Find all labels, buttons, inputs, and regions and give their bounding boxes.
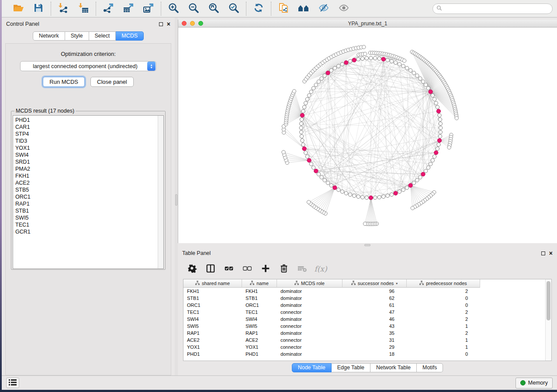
- zoom-fit-button[interactable]: [207, 3, 220, 15]
- search-field[interactable]: [432, 3, 553, 14]
- network-node[interactable]: [431, 158, 434, 162]
- mcds-result-list[interactable]: PHD1CAR1STP4TID3YOX1SWI4SRD1PMA2FKH1ACE2…: [13, 116, 158, 268]
- table-row[interactable]: STB1STB1dominator620: [183, 295, 551, 302]
- mcds-result-item[interactable]: GCR1: [15, 228, 158, 235]
- mcds-node[interactable]: [408, 183, 412, 187]
- table-row[interactable]: SWI5SWI5connector431: [183, 323, 551, 330]
- mcds-node[interactable]: [300, 113, 304, 117]
- network-node[interactable]: [356, 195, 360, 198]
- network-node[interactable]: [438, 118, 442, 121]
- mcds-node[interactable]: [333, 186, 337, 189]
- network-node[interactable]: [282, 150, 285, 154]
- splitter-handle[interactable]: [175, 194, 177, 206]
- show-all-button[interactable]: [337, 3, 350, 15]
- mcds-result-item[interactable]: STB5: [15, 186, 158, 193]
- float-panel-icon[interactable]: [159, 22, 163, 26]
- network-node[interactable]: [398, 190, 401, 193]
- network-node[interactable]: [439, 122, 442, 125]
- network-node[interactable]: [348, 193, 352, 196]
- mcds-node[interactable]: [421, 172, 425, 176]
- network-node[interactable]: [304, 151, 308, 155]
- network-node[interactable]: [323, 179, 326, 182]
- network-node[interactable]: [424, 83, 427, 86]
- close-window-button[interactable]: [182, 21, 187, 26]
- mcds-result-item[interactable]: SWI5: [15, 214, 158, 221]
- network-node[interactable]: [337, 64, 340, 68]
- network-node[interactable]: [307, 200, 310, 204]
- tab-network[interactable]: Network: [33, 31, 65, 41]
- network-node[interactable]: [362, 45, 366, 49]
- network-node[interactable]: [436, 105, 439, 109]
- refresh-view-button[interactable]: [252, 3, 265, 15]
- network-node[interactable]: [365, 196, 368, 199]
- network-node[interactable]: [320, 175, 323, 179]
- tab-style[interactable]: Style: [65, 31, 89, 41]
- network-graph[interactable]: [178, 28, 557, 243]
- network-node[interactable]: [390, 193, 393, 196]
- network-node[interactable]: [373, 56, 377, 60]
- network-node[interactable]: [405, 66, 408, 70]
- show-column-button[interactable]: [204, 262, 217, 275]
- column-header-predecessor-nodes[interactable]: predecessor nodes: [407, 279, 480, 288]
- mcds-result-item[interactable]: TEC1: [15, 221, 158, 228]
- network-window-titlebar[interactable]: YPA_prune.txt_1: [178, 20, 557, 28]
- mcds-result-item[interactable]: TID3: [15, 138, 158, 144]
- vertical-splitter[interactable]: [175, 17, 178, 375]
- network-node[interactable]: [304, 101, 308, 105]
- zoom-in-button[interactable]: [167, 3, 180, 15]
- optimization-criterion-select[interactable]: largest connected component (undirected)…: [20, 61, 156, 71]
- network-node[interactable]: [361, 57, 364, 60]
- network-node[interactable]: [363, 52, 367, 55]
- table-settings-button[interactable]: [186, 262, 199, 275]
- network-node[interactable]: [344, 191, 348, 195]
- network-node[interactable]: [320, 77, 323, 80]
- export-table-button[interactable]: [122, 3, 135, 15]
- mcds-node[interactable]: [352, 58, 356, 62]
- import-network-button[interactable]: [57, 3, 70, 15]
- scrollbar-thumb[interactable]: [547, 281, 550, 320]
- network-node[interactable]: [301, 110, 305, 113]
- network-node[interactable]: [436, 147, 439, 150]
- network-node[interactable]: [432, 155, 436, 158]
- network-node[interactable]: [424, 169, 427, 172]
- close-panel-icon[interactable]: ×: [549, 251, 553, 255]
- tab-network-table[interactable]: Network Table: [370, 363, 417, 372]
- table-scrollbar[interactable]: [545, 279, 551, 361]
- column-header-MCDS-role[interactable]: MCDS role: [277, 279, 343, 288]
- network-node[interactable]: [432, 97, 436, 101]
- search-input[interactable]: [445, 6, 549, 12]
- network-node[interactable]: [292, 89, 296, 93]
- mcds-result-item[interactable]: SWI4: [15, 151, 158, 158]
- mcds-result-item[interactable]: ACE2: [15, 179, 158, 186]
- duplicate-network-button[interactable]: [277, 3, 290, 15]
- network-node[interactable]: [439, 130, 442, 134]
- network-node[interactable]: [348, 59, 352, 63]
- zoom-out-button[interactable]: [187, 3, 200, 15]
- zoom-selected-button[interactable]: [227, 3, 240, 15]
- mcds-result-item[interactable]: CAR1: [15, 124, 158, 131]
- network-node[interactable]: [377, 196, 381, 199]
- add-row-button[interactable]: [259, 262, 272, 275]
- maximize-window-button[interactable]: [198, 21, 203, 26]
- table-row[interactable]: ACE2ACE2connector311: [183, 337, 551, 344]
- mcds-result-item[interactable]: STB1: [15, 207, 158, 214]
- mcds-result-item[interactable]: FKH1: [15, 172, 158, 179]
- network-node[interactable]: [382, 195, 385, 198]
- network-node[interactable]: [317, 172, 320, 176]
- mcds-node[interactable]: [369, 196, 373, 199]
- network-node[interactable]: [412, 71, 415, 75]
- mcds-result-item[interactable]: ORC1: [15, 193, 158, 200]
- network-node[interactable]: [438, 113, 441, 117]
- network-node[interactable]: [434, 101, 438, 105]
- mcds-list-scrollbar[interactable]: [158, 116, 163, 268]
- network-node[interactable]: [309, 162, 313, 166]
- mcds-node[interactable]: [436, 109, 440, 113]
- mcds-node[interactable]: [434, 151, 438, 155]
- network-node[interactable]: [305, 155, 309, 158]
- export-network-button[interactable]: [102, 3, 115, 15]
- network-node[interactable]: [447, 146, 451, 149]
- mcds-node[interactable]: [326, 71, 330, 75]
- mcds-node[interactable]: [314, 169, 318, 173]
- network-node[interactable]: [299, 130, 303, 134]
- network-node[interactable]: [301, 139, 304, 142]
